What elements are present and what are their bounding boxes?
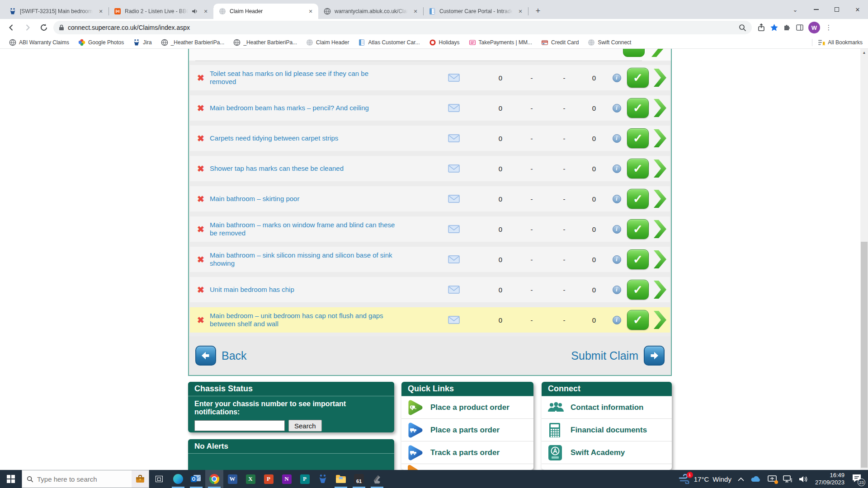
share-icon[interactable] — [757, 23, 765, 32]
mail-icon[interactable] — [422, 316, 486, 324]
taskbar-powerpoint-icon[interactable]: P — [259, 470, 278, 488]
mail-icon[interactable] — [422, 225, 486, 233]
bookmark-item[interactable]: Jira — [129, 38, 155, 47]
info-icon[interactable]: i — [613, 195, 621, 203]
browser-tab[interactable]: Customer Care Portal - Intradev S✕ — [423, 4, 528, 19]
network-icon[interactable] — [783, 475, 793, 483]
remove-claim-icon[interactable]: ✖ — [197, 194, 204, 204]
bookmark-item[interactable]: _Heather BarbieriPa... — [157, 38, 228, 47]
submit-claim-label[interactable]: Submit Claim — [571, 349, 638, 362]
remove-claim-icon[interactable]: ✖ — [197, 225, 204, 234]
connect-link-label[interactable]: Swift Academy — [571, 448, 625, 457]
maximize-button[interactable] — [826, 2, 847, 17]
claim-description-link[interactable]: Main bedroom – unit bedroom has cap not … — [210, 312, 422, 328]
info-icon[interactable]: i — [613, 255, 621, 264]
browser-tab[interactable]: Claim Header✕ — [213, 4, 318, 19]
chassis-number-input[interactable] — [194, 420, 285, 431]
bookmark-item[interactable]: Claim Header — [302, 38, 353, 47]
claim-description-link[interactable]: Main bathroom – sink silicon missing and… — [210, 251, 422, 267]
claim-description-link[interactable]: Main bedroom beam has marks – pencil? An… — [210, 104, 422, 112]
close-window-button[interactable]: ✕ — [847, 2, 868, 17]
quick-link-item[interactable]: Place a parts order — [401, 419, 533, 441]
mail-icon[interactable] — [422, 134, 486, 142]
bookmark-item[interactable]: Atlas Customer Car... — [354, 38, 423, 47]
connect-link-label[interactable]: Financial documents — [571, 426, 647, 435]
bookmark-item[interactable]: Credit Card — [538, 38, 582, 47]
approve-claim-button[interactable]: ✓ — [627, 249, 649, 269]
claim-description-link[interactable]: Main bathroom – skirting poor — [210, 195, 422, 203]
taskbar-chrome-icon[interactable] — [205, 470, 223, 488]
remove-claim-icon[interactable]: ✖ — [197, 164, 204, 174]
reload-icon[interactable] — [37, 21, 51, 34]
page-scrollbar[interactable]: ▲ — [860, 49, 868, 470]
remove-claim-icon[interactable]: ✖ — [197, 134, 204, 143]
back-navigation-icon[interactable] — [5, 21, 18, 34]
mail-icon[interactable] — [422, 164, 486, 173]
browser-tab[interactable]: [SWIFT-32315] Main bedroom – u✕ — [4, 4, 108, 19]
approve-claim-button[interactable]: ✓ — [627, 68, 649, 88]
action-center-icon[interactable]: 23 — [852, 474, 862, 484]
connect-link-item[interactable]: Contact information — [542, 396, 672, 419]
claim-description-link[interactable]: Toilet seat has marks on lid please see … — [210, 70, 422, 86]
info-icon[interactable]: i — [613, 74, 621, 82]
approve-claim-button[interactable]: ✓ — [627, 128, 649, 148]
weather-widget[interactable]: 1 17°C Windy — [679, 474, 731, 484]
connect-link-label[interactable]: Contact information — [571, 403, 644, 412]
claim-description-link[interactable]: Unit main bedroom has chip — [210, 286, 422, 294]
task-view-icon[interactable] — [149, 470, 169, 488]
all-bookmarks-button[interactable]: All Bookmarks — [812, 39, 863, 46]
extensions-icon[interactable] — [783, 23, 791, 32]
remove-claim-icon[interactable]: ✖ — [197, 73, 204, 83]
open-claim-arrow-icon[interactable] — [650, 280, 670, 300]
scrollbar-thumb[interactable] — [861, 242, 868, 468]
tab-close-icon[interactable]: ✕ — [97, 7, 105, 15]
quick-link-label[interactable]: Place a product order — [430, 403, 509, 412]
search-highlight-icon[interactable] — [132, 470, 149, 488]
back-label[interactable]: Back — [222, 349, 247, 362]
submit-claim-button[interactable] — [644, 346, 665, 366]
profile-avatar[interactable]: W — [808, 22, 820, 33]
approve-claim-button[interactable]: ✓ — [627, 219, 649, 239]
forward-navigation-icon[interactable] — [21, 21, 34, 34]
side-panel-icon[interactable] — [796, 23, 804, 32]
info-icon[interactable]: i — [613, 225, 621, 234]
taskbar-app-61-icon[interactable]: 61 — [350, 470, 368, 488]
mail-icon[interactable] — [422, 195, 486, 203]
info-icon[interactable]: i — [613, 134, 621, 143]
volume-icon[interactable] — [799, 475, 809, 483]
back-button[interactable] — [195, 346, 216, 366]
claim-description-link[interactable]: Carpets need tidying between carpet stri… — [210, 134, 422, 142]
mail-icon[interactable] — [422, 104, 486, 112]
quick-link-label[interactable]: Place a parts order — [430, 426, 500, 435]
browser-menu-icon[interactable]: ⋮ — [825, 23, 833, 32]
bookmark-star-icon[interactable] — [770, 23, 778, 32]
cast-icon[interactable] — [768, 475, 777, 483]
approve-claim-button[interactable]: ✓ — [627, 189, 649, 209]
taskbar-publisher-icon[interactable]: P — [296, 470, 314, 488]
chassis-search-button[interactable]: Search — [288, 420, 322, 432]
open-claim-arrow-icon[interactable] — [650, 219, 670, 239]
taskbar-dark-tool-icon[interactable] — [368, 470, 386, 488]
tab-search-chevron-icon[interactable]: ⌄ — [785, 2, 806, 17]
remove-claim-icon[interactable]: ✖ — [197, 285, 204, 295]
back-group[interactable]: Back — [195, 346, 247, 366]
claim-description-link[interactable]: Main bathroom – marks on window frame an… — [210, 221, 422, 237]
quick-link-item[interactable]: Track a parts order — [401, 441, 533, 464]
address-bar[interactable]: connect.supercare.co.uk/Claims/index.asp… — [53, 21, 752, 34]
browser-tab[interactable]: warrantyclaim.abiuk.co.uk/ClaimS✕ — [318, 4, 423, 19]
taskbar-word-icon[interactable]: W — [223, 470, 241, 488]
bookmark-item[interactable]: Swift Connect — [584, 38, 635, 47]
open-claim-arrow-icon[interactable] — [650, 68, 670, 88]
bookmark-item[interactable]: _Heather BarbieriPa... — [230, 38, 301, 47]
taskbar-onenote-icon[interactable]: N — [278, 470, 296, 488]
onedrive-icon[interactable] — [750, 475, 761, 483]
start-button[interactable] — [0, 470, 22, 488]
approve-claim-button[interactable]: ✓ — [627, 98, 649, 118]
open-claim-arrow-icon[interactable] — [650, 49, 665, 60]
open-claim-arrow-icon[interactable] — [650, 98, 670, 118]
tab-close-icon[interactable]: ✕ — [516, 7, 524, 15]
taskbar-search[interactable] — [22, 470, 149, 488]
mail-icon[interactable] — [422, 286, 486, 294]
approve-claim-button[interactable] — [623, 49, 645, 57]
open-claim-arrow-icon[interactable] — [650, 249, 670, 269]
